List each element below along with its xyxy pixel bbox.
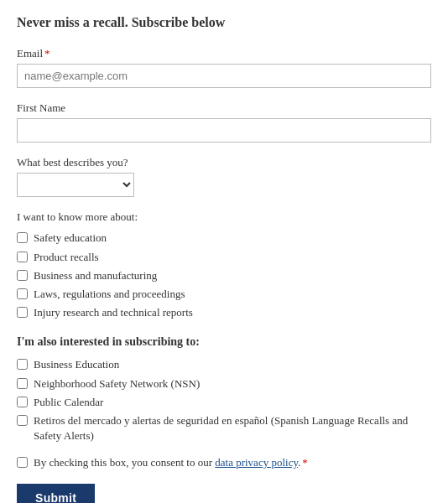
interest-item-business: Business and manufacturing [17, 268, 431, 283]
interest-label-laws[interactable]: Laws, regulations and proceedings [34, 287, 185, 302]
also-checkbox-calendar[interactable] [17, 397, 28, 407]
privacy-policy-link[interactable]: data privacy policy [215, 456, 298, 469]
page-title: Never miss a recall. Subscribe below [17, 13, 431, 32]
interest-checkbox-safety[interactable] [17, 232, 28, 243]
also-label-nsn[interactable]: Neighborhood Safety Network (NSN) [34, 376, 200, 392]
also-heading: I'm also interested in subscribing to: [17, 335, 431, 349]
email-label: Email* [17, 47, 431, 60]
interest-item-laws: Laws, regulations and proceedings [17, 287, 431, 302]
interest-checkbox-recalls[interactable] [17, 252, 28, 262]
also-item-biz-edu: Business Education [17, 357, 431, 372]
privacy-checkbox[interactable] [17, 457, 28, 468]
interest-item-safety: Safety education [17, 231, 431, 246]
firstname-input[interactable] [17, 118, 431, 143]
describe-group: What best describes you? Consumer Busine… [17, 156, 431, 197]
also-checkboxes: Business Education Neighborhood Safety N… [17, 357, 431, 443]
firstname-group: First Name [17, 101, 431, 143]
interests-group: I want to know more about: Safety educat… [17, 210, 431, 320]
firstname-label: First Name [17, 101, 431, 115]
interests-label: I want to know more about: [17, 210, 431, 224]
interest-label-recalls[interactable]: Product recalls [34, 250, 99, 265]
also-checkbox-espanol[interactable] [17, 415, 28, 426]
interest-label-injury[interactable]: Injury research and technical reports [34, 305, 193, 320]
also-item-nsn: Neighborhood Safety Network (NSN) [17, 376, 431, 392]
also-checkbox-nsn[interactable] [17, 378, 28, 389]
interests-checkboxes: Safety education Product recalls Busines… [17, 231, 431, 320]
privacy-row: By checking this box, you consent to our… [17, 455, 431, 470]
submit-button[interactable]: Submit [17, 484, 95, 503]
describe-label: What best describes you? [17, 156, 431, 169]
also-label-calendar[interactable]: Public Calendar [34, 395, 103, 410]
interest-label-business[interactable]: Business and manufacturing [34, 268, 157, 283]
interest-item-recalls: Product recalls [17, 250, 431, 265]
email-input[interactable] [17, 64, 431, 88]
interest-checkbox-business[interactable] [17, 270, 28, 281]
also-item-espanol: Retiros del mercado y alertas de segurid… [17, 413, 431, 443]
also-checkbox-biz-edu[interactable] [17, 359, 28, 370]
also-label-espanol[interactable]: Retiros del mercado y alertas de segurid… [34, 413, 431, 443]
privacy-text: By checking this box, you consent to our… [34, 455, 308, 470]
interest-item-injury: Injury research and technical reports [17, 305, 431, 320]
describe-select[interactable]: Consumer Business Media Government Other [17, 173, 134, 197]
also-label-biz-edu[interactable]: Business Education [34, 357, 119, 372]
also-item-calendar: Public Calendar [17, 395, 431, 410]
interest-checkbox-injury[interactable] [17, 307, 28, 318]
email-group: Email* [17, 47, 431, 88]
interest-label-safety[interactable]: Safety education [34, 231, 107, 246]
interest-checkbox-laws[interactable] [17, 288, 28, 299]
